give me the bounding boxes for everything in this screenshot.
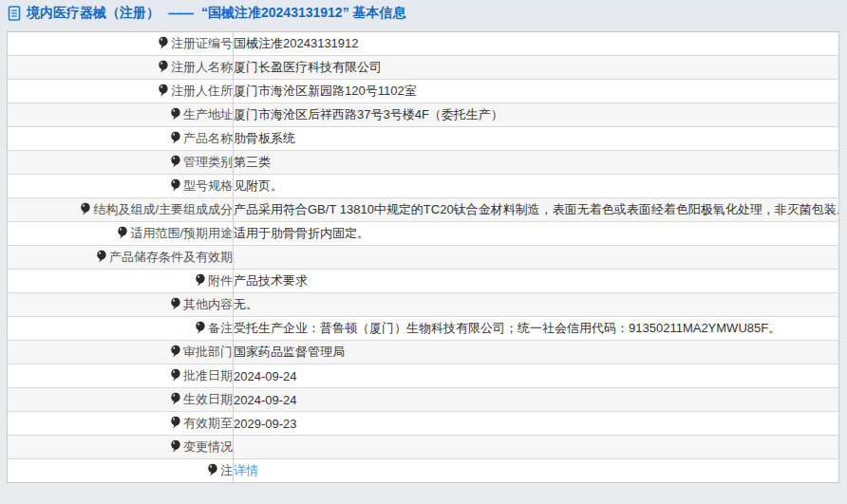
- row-value: 见附页。: [234, 175, 839, 198]
- table-row: 附件 产品技术要求: [8, 270, 839, 293]
- pin-icon: [207, 463, 218, 476]
- row-value-text: 厦门市海沧区后祥西路37号3号楼4F（委托生产）: [234, 107, 503, 121]
- pin-icon: [96, 250, 107, 263]
- row-value-text: 2029-09-23: [234, 417, 297, 431]
- row-label-text: 注册人住所: [171, 84, 233, 98]
- row-label-text: 备注: [208, 321, 233, 335]
- row-label: 生效日期: [8, 388, 234, 412]
- table-row: 备注 受托生产企业：普鲁顿（厦门）生物科技有限公司；统一社会信用代码：91350…: [8, 317, 839, 341]
- breadcrumb-dash: ——: [168, 6, 193, 21]
- row-label-text: 注: [220, 463, 233, 477]
- row-value: 产品采用符合GB/T 13810中规定的TC20钛合金材料制造，表面无着色或表面…: [234, 198, 839, 222]
- document-icon: [8, 6, 21, 21]
- row-label-text: 注册人名称: [171, 60, 233, 74]
- row-label: 变更情况: [8, 436, 234, 459]
- table-row: 产品名称 肋骨板系统: [8, 127, 839, 151]
- table-row: 批准日期 2024-09-24: [8, 364, 839, 388]
- table-row: 适用范围/预期用途 适用于肋骨骨折内固定。: [8, 222, 839, 246]
- row-label: 备注: [8, 317, 234, 341]
- row-value: 2024-09-24: [234, 388, 839, 412]
- breadcrumb-prefix: 境内医疗器械（注册）: [27, 5, 160, 22]
- row-value-text: 产品技术要求: [234, 273, 308, 288]
- row-label: 注册证编号: [8, 32, 234, 56]
- row-label: 审批部门: [8, 341, 234, 364]
- pin-icon: [170, 297, 181, 310]
- row-label-text: 生效日期: [183, 392, 233, 406]
- pin-icon: [170, 178, 181, 192]
- pin-icon: [170, 155, 181, 168]
- row-label-text: 结构及组成/主要组成成分: [93, 202, 233, 216]
- table-row: 注 详情: [8, 459, 839, 483]
- pin-icon: [195, 273, 206, 287]
- row-value-text: 适用于肋骨骨折内固定。: [234, 226, 369, 240]
- row-value-text: 第三类: [234, 155, 271, 169]
- row-label-text: 产品储存条件及有效期: [109, 250, 233, 264]
- row-value: 2024-09-24: [234, 364, 839, 388]
- row-value: 国家药品监督管理局: [234, 341, 839, 364]
- table-row: 注册人名称 厦门长盈医疗科技有限公司: [8, 56, 839, 80]
- row-value: 肋骨板系统: [234, 127, 839, 151]
- row-label-text: 型号规格: [183, 178, 233, 193]
- row-value: [234, 436, 839, 459]
- row-label: 注册人住所: [8, 80, 234, 103]
- row-value-text: 2024-09-24: [234, 393, 297, 407]
- row-value-text: 2024-09-24: [234, 369, 297, 383]
- table-row: 生产地址 厦门市海沧区后祥西路37号3号楼4F（委托生产）: [8, 103, 839, 127]
- row-value: 详情: [234, 459, 839, 483]
- row-value: [234, 246, 839, 270]
- row-label-text: 产品名称: [183, 131, 233, 145]
- table-row: 生效日期 2024-09-24: [8, 388, 839, 412]
- table-row: 型号规格 见附页。: [8, 175, 839, 198]
- row-value-text: 无。: [234, 297, 258, 311]
- row-label: 有效期至: [8, 412, 234, 436]
- row-value-text: 国械注准20243131912: [234, 36, 359, 50]
- row-value-text: 厦门市海沧区新园路120号1102室: [234, 84, 417, 98]
- row-label: 生产地址: [8, 103, 234, 127]
- row-value: 国械注准20243131912: [234, 32, 839, 56]
- row-value: 厦门市海沧区后祥西路37号3号楼4F（委托生产）: [234, 103, 839, 127]
- table-row: 管理类别 第三类: [8, 151, 839, 175]
- row-value: 无。: [234, 293, 839, 317]
- table-row: 审批部门 国家药品监督管理局: [8, 341, 839, 364]
- info-table: 注册证编号 国械注准20243131912 注册人名称 厦门长盈医疗科技有限公司…: [7, 31, 839, 483]
- row-label: 附件: [8, 270, 234, 293]
- row-value-text: 产品采用符合GB/T 13810中规定的TC20钛合金材料制造，表面无着色或表面…: [234, 202, 839, 216]
- row-label-text: 变更情况: [183, 439, 233, 454]
- row-label-text: 管理类别: [183, 155, 233, 169]
- row-label: 型号规格: [8, 175, 234, 198]
- row-value: 厦门长盈医疗科技有限公司: [234, 56, 839, 80]
- registration-info-panel: 注册证编号 国械注准20243131912 注册人名称 厦门长盈医疗科技有限公司…: [7, 31, 839, 483]
- row-label: 其他内容: [8, 293, 234, 317]
- pin-icon: [170, 345, 181, 358]
- breadcrumb: 境内医疗器械（注册） —— “国械注准20243131912” 基本信息: [0, 0, 847, 27]
- row-label-text: 审批部门: [183, 345, 233, 359]
- row-value: 第三类: [234, 151, 839, 175]
- row-value: 受托生产企业：普鲁顿（厦门）生物科技有限公司；统一社会信用代码：91350211…: [234, 317, 839, 341]
- row-value-text: 国家药品监督管理局: [234, 345, 345, 359]
- row-label: 结构及组成/主要组成成分: [8, 198, 234, 222]
- pin-icon: [170, 107, 181, 121]
- pin-icon: [158, 60, 169, 73]
- table-row: 产品储存条件及有效期: [8, 246, 839, 270]
- row-value-text: 厦门长盈医疗科技有限公司: [234, 60, 382, 74]
- row-value: 厦门市海沧区新园路120号1102室: [234, 80, 839, 103]
- row-label-text: 有效期至: [183, 416, 233, 430]
- row-value-text: 肋骨板系统: [234, 131, 295, 145]
- row-label: 管理类别: [8, 151, 234, 175]
- row-label: 产品储存条件及有效期: [8, 246, 234, 270]
- table-row: 结构及组成/主要组成成分 产品采用符合GB/T 13810中规定的TC20钛合金…: [8, 198, 839, 222]
- pin-icon: [170, 416, 181, 429]
- table-row: 变更情况: [8, 436, 839, 459]
- row-value-text: 见附页。: [234, 178, 283, 193]
- pin-icon: [158, 84, 169, 97]
- details-link[interactable]: 详情: [234, 463, 258, 477]
- table-row: 其他内容 无。: [8, 293, 839, 317]
- pin-icon: [117, 226, 128, 239]
- pin-icon: [170, 439, 181, 453]
- row-label-text: 批准日期: [183, 368, 233, 383]
- table-row: 注册人住所 厦门市海沧区新园路120号1102室: [8, 80, 839, 103]
- pin-icon: [80, 202, 91, 215]
- row-value: 适用于肋骨骨折内固定。: [234, 222, 839, 246]
- row-value: 产品技术要求: [234, 270, 839, 293]
- row-label-text: 生产地址: [183, 107, 233, 121]
